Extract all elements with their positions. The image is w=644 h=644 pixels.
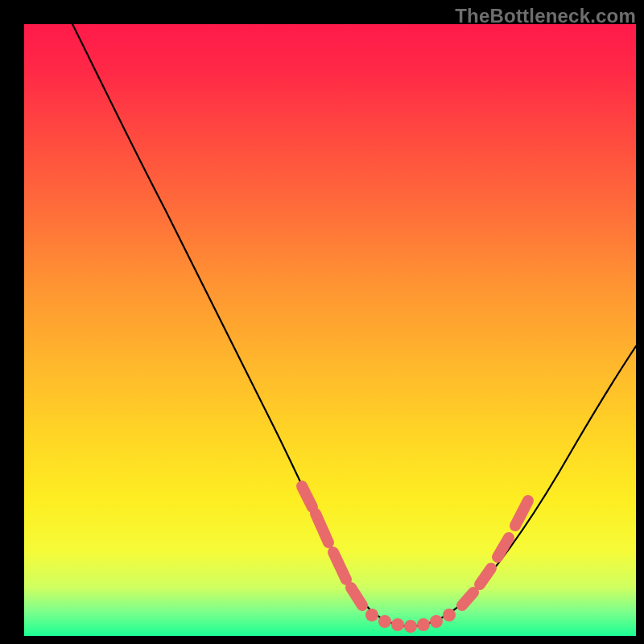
marker-dot bbox=[378, 615, 391, 628]
marker-seg bbox=[462, 592, 473, 605]
bottleneck-curve bbox=[72, 24, 636, 626]
marker-dot bbox=[430, 615, 443, 628]
chart-svg bbox=[24, 24, 636, 636]
marker-seg bbox=[333, 552, 346, 580]
marker-dot bbox=[443, 609, 456, 621]
marker-seg bbox=[316, 514, 328, 543]
marker-dot bbox=[417, 618, 430, 631]
marker-seg bbox=[302, 486, 312, 507]
marker-seg bbox=[351, 588, 362, 605]
marker-seg bbox=[515, 501, 528, 526]
marker-dot bbox=[404, 620, 417, 633]
watermark-text: TheBottleneck.com bbox=[455, 5, 636, 27]
marker-dot bbox=[365, 609, 378, 621]
chart-plot-area bbox=[24, 24, 636, 636]
marker-seg bbox=[497, 538, 509, 557]
marker-dot bbox=[391, 618, 404, 631]
marker-group bbox=[302, 486, 528, 633]
marker-seg bbox=[480, 568, 491, 584]
